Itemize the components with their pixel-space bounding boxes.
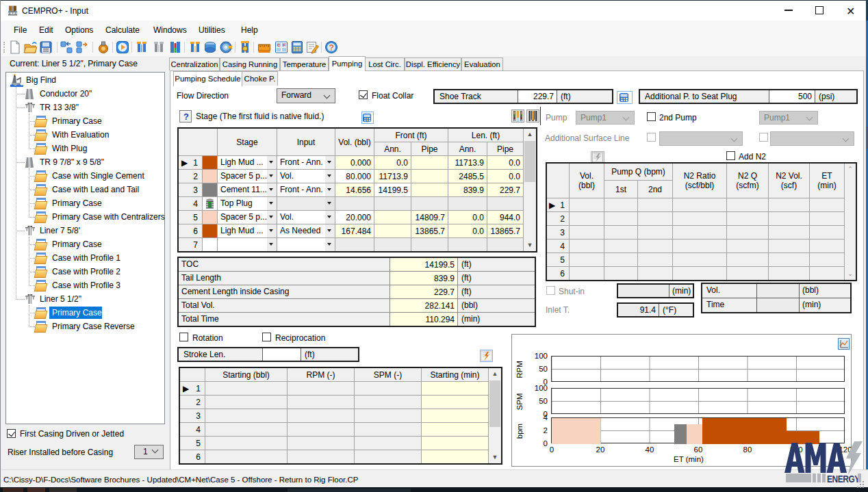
svg-text:F: F [283, 43, 285, 47]
svg-text:?: ? [329, 43, 334, 53]
svg-text:C: C [277, 43, 281, 47]
